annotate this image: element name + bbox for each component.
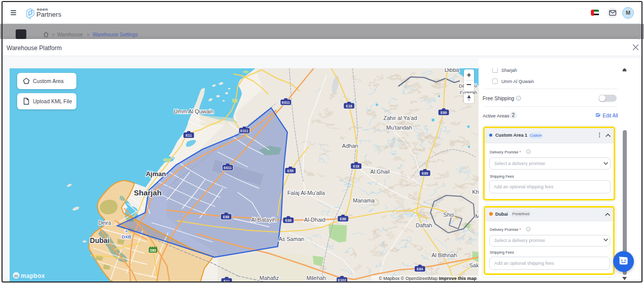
- svg-text:E55: E55: [287, 169, 294, 173]
- svg-text:Manama: Manama: [353, 197, 375, 204]
- svg-text:E102: E102: [338, 278, 346, 281]
- svg-text:Milehah: Milehah: [307, 275, 326, 281]
- svg-text:E311: E311: [240, 129, 248, 133]
- svg-text:Al-Dhaid: Al-Dhaid: [304, 217, 325, 223]
- svg-text:Mahafiz: Mahafiz: [260, 275, 279, 281]
- svg-text:DXB: DXB: [121, 234, 132, 239]
- svg-text:✈: ✈: [124, 229, 128, 234]
- svg-text:Falaj Al-Mu'alla: Falaj Al-Mu'alla: [287, 190, 325, 196]
- svg-text:E11: E11: [186, 134, 192, 137]
- svg-text:Al Ghail: Al Ghail: [370, 169, 390, 175]
- svg-text:E89: E89: [441, 111, 447, 114]
- svg-text:Deira: Deira: [98, 220, 111, 226]
- svg-text:Zahir al Ya'ad: Zahir al Ya'ad: [383, 115, 417, 121]
- svg-text:E88: E88: [223, 215, 230, 219]
- svg-text:E88: E88: [340, 217, 347, 221]
- svg-text:E89: E89: [422, 172, 428, 175]
- svg-text:m: m: [14, 273, 18, 278]
- svg-text:Al Bithnah: Al Bithnah: [432, 252, 457, 258]
- svg-text:Mu'taridah: Mu'taridah: [386, 125, 412, 131]
- svg-text:i: i: [528, 150, 529, 153]
- svg-text:Kh: Kh: [472, 189, 479, 195]
- svg-text:M: M: [475, 213, 479, 219]
- svg-text:Ajman: Ajman: [146, 170, 166, 178]
- svg-text:E84: E84: [417, 267, 423, 271]
- svg-text:Shis: Shis: [443, 212, 454, 218]
- svg-text:E88: E88: [285, 219, 292, 222]
- svg-text:Dubai: Dubai: [90, 236, 110, 245]
- svg-text:E18: E18: [353, 165, 360, 168]
- svg-text:E611: E611: [282, 101, 290, 104]
- svg-text:D83: D83: [150, 249, 156, 252]
- svg-text:Daftah: Daftah: [416, 222, 432, 228]
- svg-text:E18: E18: [346, 104, 353, 108]
- svg-text:Adhan: Adhan: [342, 143, 358, 149]
- svg-text:E611: E611: [224, 166, 232, 170]
- svg-text:Umm Al Quwain: Umm Al Quwain: [174, 108, 214, 114]
- svg-text:Al Batayih: Al Batayih: [251, 217, 276, 223]
- svg-text:i: i: [528, 228, 529, 231]
- svg-text:Dibba: Dibba: [445, 68, 460, 73]
- svg-text:As Saman: As Saman: [279, 236, 305, 242]
- svg-text:i: i: [518, 97, 519, 100]
- svg-text:E11: E11: [224, 279, 230, 281]
- svg-text:mapbox: mapbox: [21, 272, 45, 279]
- svg-text:Saka: Saka: [469, 262, 479, 268]
- svg-text:Sharjah: Sharjah: [134, 188, 161, 197]
